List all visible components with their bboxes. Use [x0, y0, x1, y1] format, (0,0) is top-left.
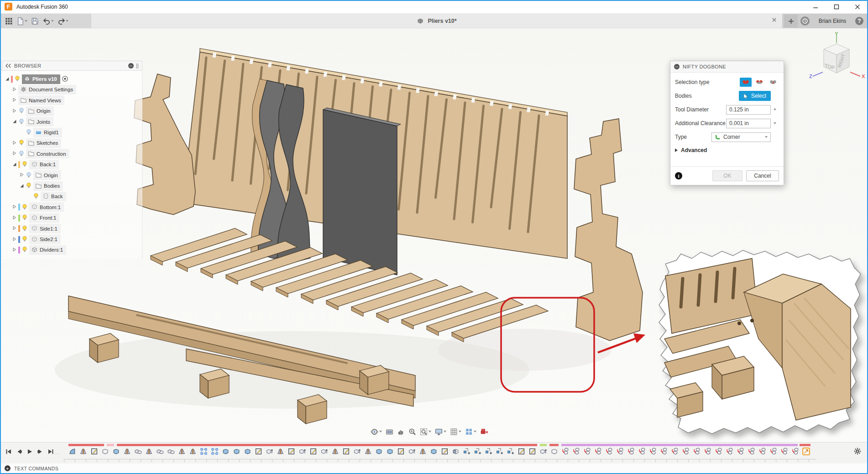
expand-arrow-icon[interactable]: [12, 151, 17, 157]
timeline-item-jointorigin[interactable]: [463, 448, 471, 456]
visibility-bulb-icon[interactable]: [14, 75, 21, 83]
timeline-item-sketch[interactable]: [397, 448, 405, 456]
timeline-item-net[interactable]: [200, 448, 208, 456]
timeline-item-sketch[interactable]: [309, 448, 318, 456]
clearance-dropdown[interactable]: [771, 122, 779, 124]
browser-item-origin[interactable]: Origin: [12, 106, 54, 116]
viewports-icon[interactable]: [465, 428, 476, 436]
timeline-item-jointorigin[interactable]: [507, 448, 515, 456]
timeline-item-copybody[interactable]: [769, 448, 778, 456]
visibility-bulb-icon[interactable]: [18, 150, 25, 158]
expand-arrow-icon[interactable]: [12, 140, 17, 146]
timeline-item-copybody[interactable]: [627, 448, 635, 456]
timeline-item-fillet[interactable]: [68, 448, 77, 456]
text-commands-label[interactable]: TEXT COMMANDS: [14, 466, 58, 471]
timeline-item-jointorigin[interactable]: [474, 448, 482, 456]
browser-item-pliers-v10[interactable]: Pliers v10: [5, 74, 68, 84]
collapse-arrow-icon[interactable]: [12, 119, 17, 125]
tool-diameter-dropdown[interactable]: [771, 109, 779, 111]
close-button[interactable]: [847, 0, 868, 13]
visibility-bulb-icon[interactable]: [18, 118, 25, 126]
timeline-item-copybody[interactable]: [682, 448, 690, 456]
collapse-arrow-icon[interactable]: [19, 183, 24, 189]
timeline-item-mirror[interactable]: [79, 448, 88, 456]
browser-item-document-settings[interactable]: Document Settings: [12, 84, 76, 95]
timeline-item-extrude[interactable]: [233, 448, 241, 456]
to-end-button[interactable]: [47, 448, 55, 455]
browser-item-dividers-1[interactable]: Dividers:1: [12, 245, 66, 255]
timeline-item-copybody[interactable]: [748, 448, 756, 456]
timeline-item-copybody[interactable]: [583, 448, 591, 456]
visibility-bulb-icon[interactable]: [26, 172, 32, 179]
browser-item-origin[interactable]: Origin: [19, 170, 61, 180]
ok-button[interactable]: OK: [712, 170, 743, 181]
timeline-item-sketch[interactable]: [528, 448, 537, 456]
timeline-item-mirror[interactable]: [277, 448, 285, 456]
timeline-item-copybody[interactable]: [758, 448, 767, 456]
panel-grip-icon[interactable]: [136, 63, 139, 68]
collapse-arrow-icon[interactable]: [5, 76, 10, 82]
timeline-drag-handle[interactable]: …: [55, 450, 61, 455]
timeline-item-extrudeup[interactable]: [539, 448, 548, 456]
maximize-button[interactable]: [826, 0, 847, 13]
browser-item-named-views[interactable]: Named Views: [12, 95, 64, 105]
advanced-section-toggle[interactable]: Advanced: [670, 144, 784, 154]
timeline-item-body[interactable]: [550, 448, 559, 456]
timeline-item-mirror[interactable]: [189, 448, 197, 456]
visibility-bulb-icon[interactable]: [21, 204, 28, 211]
timeline-item-copybody[interactable]: [649, 448, 657, 456]
timeline-item-extrudeup[interactable]: [266, 448, 274, 456]
timeline-item-copybody[interactable]: [726, 448, 734, 456]
timeline-item-mirror[interactable]: [178, 448, 186, 456]
timeline-item-extrude[interactable]: [244, 448, 252, 456]
timeline-item-sketch[interactable]: [288, 448, 296, 456]
cancel-button[interactable]: Cancel: [746, 170, 779, 181]
timeline-item-extrudeup[interactable]: [320, 448, 329, 456]
browser-item-side1-1[interactable]: Side1:1: [12, 224, 61, 234]
expand-arrow-icon[interactable]: [12, 237, 17, 242]
timeline-item-extrude[interactable]: [386, 448, 394, 456]
visibility-bulb-icon[interactable]: [18, 107, 25, 115]
redo-icon[interactable]: [56, 17, 69, 26]
job-status-icon[interactable]: [800, 16, 810, 26]
timeline-item-copybody[interactable]: [572, 448, 580, 456]
select-bodies-button[interactable]: Select: [739, 91, 771, 101]
tool-diameter-input[interactable]: 0.125 in: [726, 105, 771, 115]
timeline-item-revolve[interactable]: [452, 448, 460, 456]
browser-item-back[interactable]: Back: [26, 191, 66, 201]
side-panel-left[interactable]: [134, 74, 195, 215]
browser-item-front-1[interactable]: Front:1: [12, 213, 59, 223]
expand-arrow-icon[interactable]: [12, 247, 17, 253]
side-panel-right[interactable]: [574, 119, 643, 341]
browser-item-bottom-1[interactable]: Bottom:1: [12, 202, 64, 212]
collapse-panel-icon[interactable]: [5, 63, 11, 68]
browser-item-back-1[interactable]: Back:1: [12, 159, 59, 169]
undo-icon[interactable]: [42, 17, 55, 26]
visibility-bulb-icon[interactable]: [21, 225, 28, 232]
timeline-item-copybody[interactable]: [780, 448, 789, 456]
timeline-item-extrudeup[interactable]: [353, 448, 361, 456]
timeline-item-copybody[interactable]: [616, 448, 624, 456]
display-settings-icon[interactable]: [435, 428, 446, 436]
tab-close-icon[interactable]: [772, 17, 777, 24]
step-back-button[interactable]: [15, 448, 23, 455]
timeline-item-copybody[interactable]: [605, 448, 613, 456]
zoom-icon[interactable]: [408, 428, 416, 436]
timeline-item-extrude[interactable]: [375, 448, 383, 456]
timeline-item-copybody[interactable]: [791, 448, 800, 456]
visibility-bulb-icon[interactable]: [26, 129, 32, 136]
timeline-item-mirror[interactable]: [145, 448, 153, 456]
timeline-item-copy[interactable]: [134, 448, 142, 456]
browser-item-construction[interactable]: Construction: [12, 149, 69, 159]
timeline-settings-gear-icon[interactable]: [853, 447, 862, 457]
visibility-bulb-icon[interactable]: [21, 161, 28, 168]
timeline-item-copybody[interactable]: [693, 448, 701, 456]
timeline-item-mirror[interactable]: [123, 448, 131, 456]
browser-item-sketches[interactable]: Sketches: [12, 138, 61, 148]
browser-item-rigid1[interactable]: Rigid1: [19, 127, 62, 137]
step-forward-button[interactable]: [36, 448, 44, 455]
timeline-ruler[interactable]: [64, 459, 816, 462]
timeline-item-sketch[interactable]: [255, 448, 263, 456]
timeline-item-copybody[interactable]: [737, 448, 745, 456]
help-icon[interactable]: ?: [855, 17, 863, 25]
